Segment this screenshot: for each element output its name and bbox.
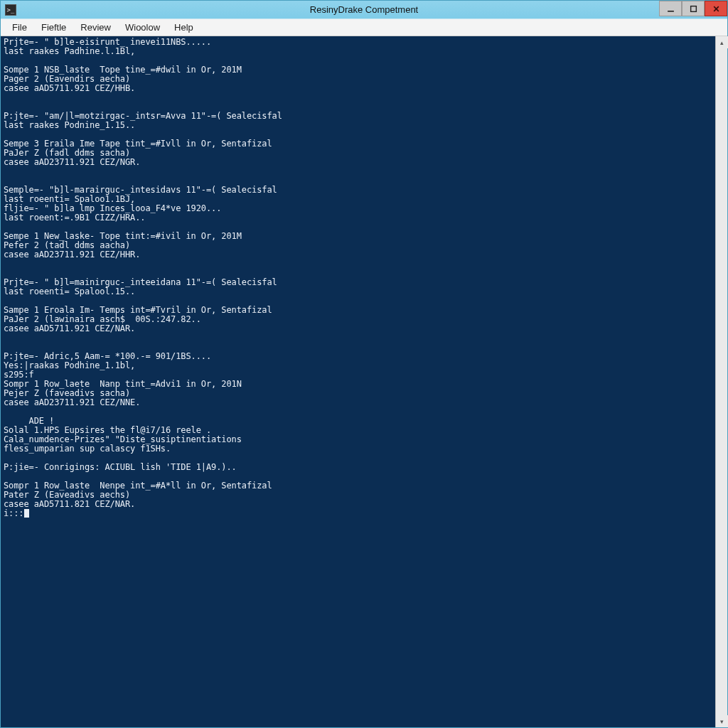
minimize-button[interactable] bbox=[659, 1, 682, 16]
cursor bbox=[24, 509, 29, 518]
scroll-down-arrow[interactable]: ▾ bbox=[716, 715, 728, 727]
console-output[interactable]: Prjte=- " b]le-eisirunt_ inevei11NBS....… bbox=[1, 36, 715, 727]
menubar: File Fieftle Review Wioolow Help bbox=[1, 19, 727, 36]
console-area: Prjte=- " b]le-eisirunt_ inevei11NBS....… bbox=[1, 36, 727, 727]
window-title: ResinyDrake Competment bbox=[310, 4, 418, 15]
console-prompt[interactable]: i::: bbox=[4, 508, 24, 518]
menu-file[interactable]: File bbox=[5, 21, 34, 34]
menu-fieftle[interactable]: Fieftle bbox=[34, 21, 73, 34]
window-controls bbox=[659, 1, 727, 16]
menu-help[interactable]: Help bbox=[167, 21, 200, 34]
titlebar[interactable]: >_ ResinyDrake Competment bbox=[1, 1, 727, 19]
svg-rect-1 bbox=[690, 6, 696, 11]
close-icon bbox=[712, 5, 720, 13]
close-button[interactable] bbox=[705, 1, 727, 16]
menu-wioolow[interactable]: Wioolow bbox=[118, 21, 167, 34]
app-icon: >_ bbox=[5, 4, 16, 16]
app-window: >_ ResinyDrake Competment File Fieftle R… bbox=[0, 0, 728, 728]
scroll-up-arrow[interactable]: ▴ bbox=[716, 36, 728, 48]
minimize-icon bbox=[667, 5, 675, 13]
vertical-scrollbar[interactable]: ▴ ▾ bbox=[715, 36, 727, 727]
maximize-button[interactable] bbox=[682, 1, 705, 16]
maximize-icon bbox=[690, 5, 697, 13]
menu-review[interactable]: Review bbox=[73, 21, 118, 34]
